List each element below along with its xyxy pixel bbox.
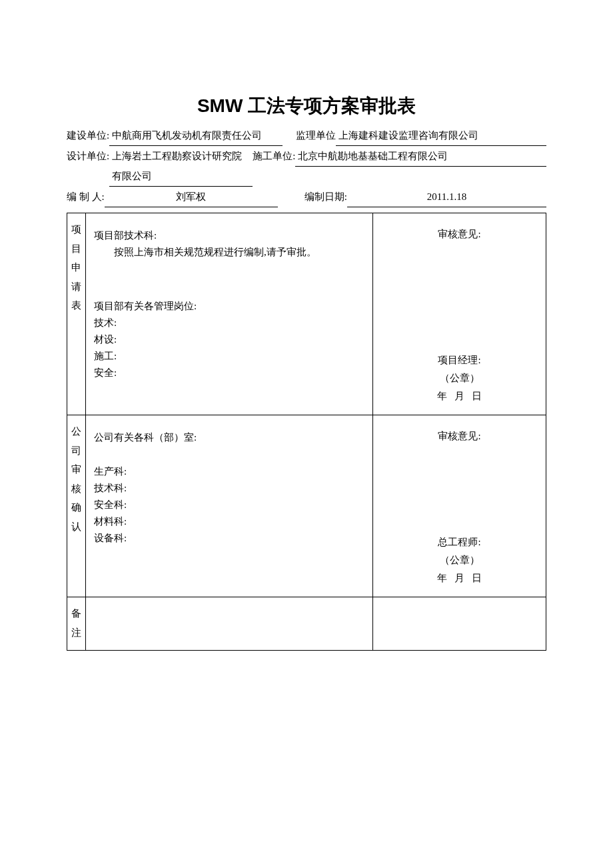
seal-2: （公章） xyxy=(381,554,538,567)
header-block: 建设单位: 中航商用飞机发动机有限责任公司 监理单位 上海建科建设监理咨询有限公… xyxy=(67,125,546,207)
position-safety: 安全: xyxy=(94,367,364,379)
supervision-unit-value: 上海建科建设监理咨询有限公司 xyxy=(336,125,546,146)
construction-unit-label: 建设单位: xyxy=(67,125,109,145)
positions-title: 项目部有关各管理岗位: xyxy=(94,300,364,313)
project-application-row: 项目申请表 项目部技术科: 按照上海市相关规范规程进行编制,请予审批。 项目部有… xyxy=(67,213,546,415)
contractor-unit-label: 施工单位: xyxy=(253,146,295,166)
position-material: 材设: xyxy=(94,333,364,346)
dept-prod: 生产科: xyxy=(94,465,364,478)
compile-date-label: 编制日期: xyxy=(305,187,347,207)
compiler-value: 刘军权 xyxy=(105,187,278,207)
compiler-label: 编 制 人: xyxy=(67,187,105,207)
document-title: SMW 工法专项方案审批表 xyxy=(67,93,546,119)
company-review-content: 公司有关各科（部）室: 生产科: 技术科: 安全科: 材料科: 设备科: xyxy=(86,415,373,597)
remarks-review xyxy=(373,597,546,651)
review-title-2: 审核意见: xyxy=(381,430,538,443)
company-review-cell: 审核意见: 总工程师: （公章） 年 月 日 xyxy=(373,415,546,597)
date-2: 年 月 日 xyxy=(381,572,538,585)
dept-title: 公司有关各科（部）室: xyxy=(94,431,364,444)
approval-table: 项目申请表 项目部技术科: 按照上海市相关规范规程进行编制,请予审批。 项目部有… xyxy=(67,213,546,651)
review-title-1: 审核意见: xyxy=(381,228,538,241)
company-review-label: 公司审核确认 xyxy=(67,415,86,597)
project-review-cell: 审核意见: 项目经理: （公章） 年 月 日 xyxy=(373,213,546,415)
remarks-content xyxy=(86,597,373,651)
contractor-unit-value: 北京中航勘地基基础工程有限公司 xyxy=(295,146,546,167)
chief-engineer-label: 总工程师: xyxy=(381,536,538,549)
project-application-label: 项目申请表 xyxy=(67,213,86,415)
design-unit-label: 设计单位: xyxy=(67,146,109,166)
dept-mat: 材料科: xyxy=(94,515,364,528)
position-tech: 技术: xyxy=(94,317,364,329)
design-unit-value: 上海岩土工程勘察设计研究院有限公司 xyxy=(109,146,253,187)
dept-tech: 技术科: xyxy=(94,482,364,495)
seal-1: （公章） xyxy=(381,372,538,385)
tech-note-line: 按照上海市相关规范规程进行编制,请予审批。 xyxy=(94,246,364,259)
dept-equip: 设备科: xyxy=(94,532,364,545)
supervision-unit-label: 监理单位 xyxy=(296,125,336,145)
dept-safe: 安全科: xyxy=(94,499,364,511)
company-review-row: 公司审核确认 公司有关各科（部）室: 生产科: 技术科: 安全科: 材料科: 设… xyxy=(67,415,546,597)
tech-dept-line: 项目部技术科: xyxy=(94,229,364,242)
date-1: 年 月 日 xyxy=(381,390,538,403)
remarks-row: 备注 xyxy=(67,597,546,651)
project-application-content: 项目部技术科: 按照上海市相关规范规程进行编制,请予审批。 项目部有关各管理岗位… xyxy=(86,213,373,415)
remarks-label: 备注 xyxy=(67,597,86,651)
construction-unit-value: 中航商用飞机发动机有限责任公司 xyxy=(109,125,283,146)
pm-label: 项目经理: xyxy=(381,354,538,367)
position-construct: 施工: xyxy=(94,350,364,363)
compile-date-value: 2011.1.18 xyxy=(347,187,546,207)
